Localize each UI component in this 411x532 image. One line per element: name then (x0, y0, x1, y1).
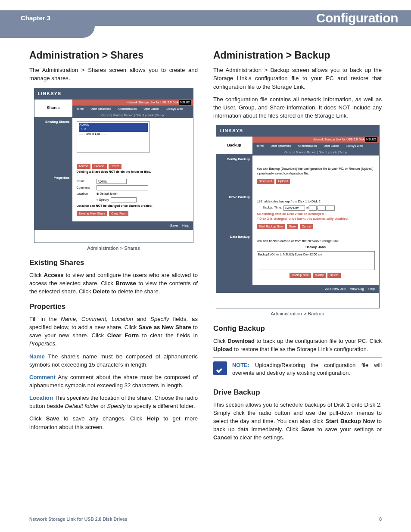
start-backup-button[interactable]: Start Backup Now (257, 224, 285, 229)
side-data: Data Backup (216, 233, 252, 241)
warn2: If Disk 2 is changed, drive backup is au… (257, 217, 375, 221)
check-icon (213, 361, 227, 375)
heading-drive-backup: Drive Backup (213, 387, 382, 398)
warn1: All existing data on Disk 2 will be dest… (257, 212, 375, 217)
tab-web[interactable]: Linksys Web (162, 106, 187, 112)
field-name: Name The share's name must be composed o… (29, 352, 198, 369)
side-drive: Drive Backup (216, 193, 252, 202)
logo: LINKSYS (220, 128, 243, 134)
browse-button[interactable]: Browse (92, 164, 106, 169)
ss-section-label: Backup (216, 137, 252, 154)
comment-input[interactable] (97, 185, 148, 190)
field-comment: Comment Any comment about the share must… (29, 373, 198, 389)
location-note: Location can NOT be changed once share i… (77, 204, 189, 208)
delete-job-button[interactable]: Delete (327, 273, 340, 278)
heading-existing: Existing Shares (29, 258, 198, 268)
jobs-label: Backup Jobs (257, 245, 375, 250)
text-save-help: Click Save to save any changes. Click He… (29, 414, 198, 431)
subtabs[interactable]: Groups | Shares | Backup | Disk | Upgrad… (72, 112, 193, 118)
side-config: Config Backup (216, 156, 252, 164)
config-text: You can Backup (Download) the configurat… (257, 167, 375, 176)
save-as-button[interactable]: Save as New Share (77, 211, 108, 216)
tab-userpw[interactable]: User password (267, 143, 294, 149)
note-box: NOTE: Uploading/Restoring the configurat… (213, 358, 382, 381)
access-button[interactable]: Access (77, 164, 91, 169)
figure-backup: LINKSYS Backup Network Storage Link for … (213, 125, 382, 317)
heading-backup: Administration > Backup (213, 48, 382, 62)
subtabs[interactable]: Groups | Shares | Backup | Disk | Upgrad… (252, 149, 379, 155)
tab-web[interactable]: Linksys Web (342, 143, 367, 149)
product-bar: Network Storage Link for USB 2.0 DisksNS… (252, 137, 379, 143)
tab-userpw[interactable]: User password (87, 106, 114, 112)
text-existing: Click Access to view and configure the u… (29, 271, 198, 296)
text-drive-backup: This section allows you to schedule back… (213, 401, 382, 442)
figure-caption-backup: Administration > Backup (213, 310, 382, 317)
save-link[interactable]: Save (170, 223, 178, 228)
name-input[interactable] (97, 179, 127, 184)
specify-input[interactable] (111, 197, 137, 202)
backup-now-button[interactable]: Backup Now (290, 273, 311, 278)
page-title: Configuration (316, 9, 398, 28)
tab-admin[interactable]: Administration (294, 143, 320, 149)
figure-caption-shares: Administration > Shares (29, 245, 198, 252)
add-job-link[interactable]: Add New Job (325, 286, 346, 292)
backup-day-select[interactable] (283, 205, 305, 211)
note-text: Uploading/Restoring the configuration fi… (232, 362, 382, 376)
text-config-backup: Click Download to back up the configurat… (213, 337, 382, 353)
chapter-label: Chapter 3 (21, 13, 50, 23)
logo: LINKSYS (38, 90, 62, 97)
tab-admin[interactable]: Administration (114, 106, 140, 112)
enable-checkbox[interactable]: Enable drive backup from Disk 1 to Disk … (261, 199, 321, 203)
ss-section-label: Shares (34, 100, 72, 117)
delete-button[interactable]: Delete (109, 164, 121, 169)
heading-properties: Properties (29, 302, 198, 312)
clear-button[interactable]: Clear Form (109, 211, 128, 216)
tab-guide[interactable]: User Guide (320, 143, 342, 149)
side-properties: Properties (34, 174, 72, 182)
note-label: NOTE: (232, 362, 249, 368)
tab-home[interactable]: Home (252, 143, 268, 149)
field-location: Location This specifies the location of … (29, 394, 198, 410)
heading-config-backup: Config Backup (213, 324, 382, 334)
tab-home[interactable]: Home (72, 106, 87, 112)
delete-note: Deleting a Share does NOT delete the fol… (77, 170, 189, 174)
modify-button[interactable]: Modify (313, 273, 326, 278)
tab-guide[interactable]: User Guide (140, 106, 162, 112)
help-link[interactable]: Help (368, 286, 375, 292)
intro-backup-2: The configuration file contains all netw… (213, 95, 382, 120)
save-button[interactable]: Save (287, 224, 298, 229)
intro-backup-1: The Administration > Backup screen allow… (213, 66, 382, 90)
page-number: 8 (379, 516, 382, 523)
side-existing: Existing Shares (34, 118, 72, 126)
footer-title: Network Storage Link for USB 2.0 Disk Dr… (29, 516, 128, 523)
shares-listbox[interactable]: ADMIN DISK ------ End of List ------ (77, 121, 150, 152)
backup-ampm[interactable] (325, 205, 335, 211)
screenshot-backup: LINKSYS Backup Network Storage Link for … (216, 125, 380, 308)
download-button[interactable]: Download (257, 179, 274, 184)
help-link[interactable]: Help (182, 223, 189, 228)
upload-button[interactable]: Upload (276, 179, 290, 184)
text-properties-intro: Fill in the Name, Comment, Location and … (29, 315, 198, 348)
view-log-link[interactable]: View Log (350, 286, 364, 292)
heading-shares: Administration > Shares (29, 48, 198, 62)
product-bar: Network Storage Link for USB 2.0 DisksNS… (72, 100, 193, 106)
backup-hour[interactable] (309, 205, 317, 211)
header-decoration (0, 26, 95, 38)
backup-min[interactable] (318, 205, 325, 211)
cancel-button[interactable]: Cancel (300, 224, 314, 229)
intro-shares: The Administration > Shares screen allow… (29, 66, 198, 82)
jobs-list[interactable]: Backup1 (Other to NSLU2) Every Day 12:00… (257, 251, 375, 270)
screenshot-shares: LINKSYS Shares Network Storage Link for … (34, 88, 193, 243)
figure-shares: LINKSYS Shares Network Storage Link for … (29, 88, 198, 252)
data-text: You can backup data to or from the Netwo… (257, 239, 375, 244)
